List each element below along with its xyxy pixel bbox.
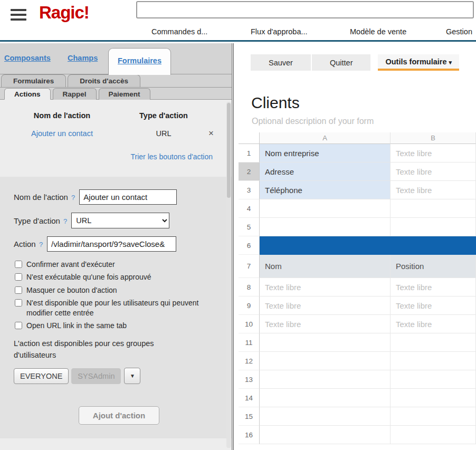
cell-A9[interactable]: Texte libre [260,296,391,315]
tab-actions[interactable]: Actions [4,88,51,100]
row-header-13[interactable]: 13 [239,370,260,389]
action-url-input[interactable] [47,236,176,252]
cell-A2[interactable]: Adresse [260,162,391,181]
cell-A11[interactable] [260,333,391,352]
tab-champs[interactable]: Champs [68,54,98,62]
sheet-rows: 1Nom entrepriseTexte libre2AdresseTexte … [239,144,476,444]
ragic-logo[interactable]: Ragic! [39,3,89,23]
menu-icon[interactable] [11,9,26,21]
column-header-b[interactable]: B [391,132,476,144]
help-icon[interactable]: ? [39,241,43,248]
row-header-10[interactable]: 10 [239,315,260,333]
action-option-checkbox-1[interactable] [15,261,22,268]
action-type-row: Type d'action ? URL [14,213,224,228]
action-type-select[interactable]: URL [71,213,169,228]
cell-B3[interactable]: Texte libre [391,181,476,199]
form-description-placeholder[interactable]: Optional description of your form [252,117,476,126]
sheet-tab-gestion[interactable]: Gestion [446,27,472,36]
row-header-7[interactable]: 7 [239,255,260,278]
cell-B9[interactable]: Texte libre [391,296,476,315]
action-option-checkbox-2[interactable] [15,273,22,281]
tab-composants[interactable]: Composants [4,54,51,62]
cell-A1[interactable]: Nom entreprise [260,144,391,162]
cell-B5[interactable] [391,218,476,236]
action-name-input[interactable] [79,189,177,205]
cell-B7[interactable]: Position [391,255,476,278]
cell-B12[interactable] [391,352,476,370]
cell-B1[interactable]: Texte libre [391,144,476,162]
sort-action-buttons-link[interactable]: Trier les boutons d'action [0,152,213,161]
cell-B11[interactable] [391,333,476,352]
row-header-8[interactable]: 8 [239,278,260,296]
row-header-9[interactable]: 9 [239,296,260,315]
row-header-6[interactable]: 6 [239,236,260,255]
row-header-16[interactable]: 16 [239,426,260,444]
cell-A6[interactable] [260,236,391,255]
cell-B10[interactable]: Texte libre [391,315,476,333]
cell-A10[interactable]: Texte libre [260,315,391,333]
tab-droits-acces[interactable]: Droits d'accès [68,74,140,87]
cell-A5[interactable] [260,218,391,236]
action-option-checkbox-3[interactable] [15,286,22,294]
cell-A7[interactable]: Nom [260,255,391,278]
row-header-15[interactable]: 15 [239,407,260,426]
cell-A12[interactable] [260,352,391,370]
group-dropdown-button[interactable]: ▼ [124,368,140,384]
form-settings-panel: ComposantsChampsFormulaires FormulairesD… [0,43,232,450]
action-option-checkbox-4[interactable] [15,299,22,307]
row-header-12[interactable]: 12 [239,352,260,370]
group-chip-everyone[interactable]: EVERYONE [14,368,69,384]
tab-rappel[interactable]: Rappel [53,88,97,100]
sheet-row-9: 9Texte libreTexte libre [239,296,476,315]
row-header-4[interactable]: 4 [239,199,260,218]
action-name-link[interactable]: Ajouter un contact [0,129,124,138]
sheet-tab-commandes[interactable]: Commandes d... [151,27,207,36]
cell-A13[interactable] [260,370,391,389]
cell-B16[interactable] [391,426,476,444]
tab-formulaires[interactable]: Formulaires [108,48,171,75]
sheet-row-7: 7NomPosition [239,255,476,278]
action-option-checkbox-5[interactable] [15,322,22,329]
column-header-a[interactable]: A [260,132,391,144]
cell-A16[interactable] [260,426,391,444]
cell-B4[interactable] [391,199,476,218]
sheet-row-13: 13 [239,370,476,389]
cell-B13[interactable] [391,370,476,389]
cell-A14[interactable] [260,389,391,407]
cell-A3[interactable]: Téléphone [260,181,391,199]
row-header-14[interactable]: 14 [239,389,260,407]
help-icon[interactable]: ? [63,217,67,225]
form-title[interactable]: Clients [251,94,476,112]
tab-paiement[interactable]: Paiement [99,88,150,100]
group-chip-sysadmin[interactable]: SYSAdmin [71,368,121,384]
cell-B6[interactable] [391,236,476,255]
form-tools-button[interactable]: Outils formulaire▾ [378,54,459,71]
cell-B2[interactable]: Texte libre [391,162,476,181]
delete-action-icon[interactable]: × [203,128,219,139]
panel-scrollbar[interactable] [226,102,231,448]
help-icon[interactable]: ? [71,194,75,202]
cell-B15[interactable] [391,407,476,426]
tab-formulaires-sub[interactable]: Formulaires [1,74,66,87]
cell-A15[interactable] [260,407,391,426]
action-url-row: Action ? [14,236,224,252]
sheet-tab-modele-de-vente[interactable]: Modèle de vente [350,27,406,36]
action-option-label: N'est exécutable qu'une fois approuvé [26,272,151,282]
row-header-2[interactable]: 2 [239,162,260,181]
add-action-button[interactable]: Ajout d'action [79,406,159,425]
cell-A8[interactable]: Texte libre [260,278,391,296]
action-name-row: Nom de l'action ? [14,189,224,205]
row-header-1[interactable]: 1 [239,144,260,162]
quit-button[interactable]: Quitter [312,54,371,71]
row-header-3[interactable]: 3 [239,181,260,199]
cell-B8[interactable]: Texte libre [391,278,476,296]
row-header-11[interactable]: 11 [239,333,260,352]
sheet-tab-flux-approbation[interactable]: Flux d'approba... [251,27,308,36]
topbar: Ragic! Commandes d...Flux d'approba...Mo… [0,0,476,42]
cell-A4[interactable] [260,199,391,218]
cell-B14[interactable] [391,389,476,407]
corner-cell[interactable] [239,132,260,144]
save-button[interactable]: Sauver [251,54,311,71]
row-header-5[interactable]: 5 [239,218,260,236]
top-search-input[interactable] [136,1,474,18]
